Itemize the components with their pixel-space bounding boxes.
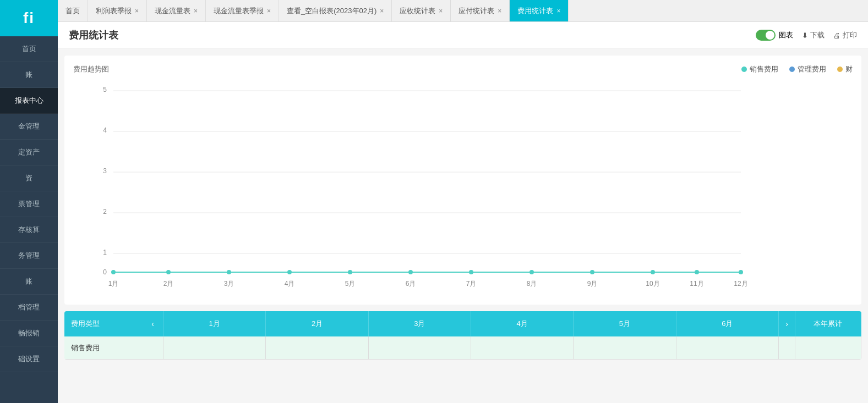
svg-text:8月: 8月 (527, 280, 537, 288)
svg-text:10月: 10月 (646, 280, 659, 288)
td-val-2 (266, 336, 368, 359)
legend-label-management: 管理费用 (798, 64, 826, 74)
svg-text:2月: 2月 (163, 280, 174, 288)
chart-toggle-switch[interactable] (756, 30, 776, 41)
table-row: 销售费用 (64, 336, 861, 360)
nav-next-arrow[interactable]: › (783, 319, 790, 328)
page-title: 费用统计表 (69, 29, 118, 42)
sidebar-logo: fi (0, 0, 58, 36)
table-section: 费用类型 ‹ 1月 2月 3月 4月 5月 (64, 311, 861, 360)
tab-payable[interactable]: 应付统计表 × (451, 0, 510, 21)
legend-dot-sales (741, 67, 747, 72)
svg-point-22 (695, 270, 699, 274)
svg-text:4: 4 (103, 126, 107, 134)
chart-svg-wrap: 5 4 3 2 1 0 (73, 80, 853, 296)
legend-label-sales: 销售费用 (750, 64, 778, 74)
svg-point-23 (739, 270, 743, 274)
sidebar-item-investment[interactable]: 资 (0, 165, 58, 191)
tab-expense-stats[interactable]: 费用统计表 × (510, 0, 569, 21)
svg-point-13 (166, 270, 171, 274)
svg-text:4月: 4月 (285, 280, 295, 288)
tab-cash-flow[interactable]: 现金流量表 × (147, 0, 206, 21)
th-type: 费用类型 ‹ (64, 311, 163, 336)
svg-text:6月: 6月 (406, 280, 416, 288)
th-month-2: 2月 (266, 311, 368, 336)
sidebar-item-report-center[interactable]: 报表中心 (0, 88, 58, 114)
chart-toggle-wrap[interactable]: 图表 (756, 30, 793, 41)
th-month-5: 5月 (574, 311, 676, 336)
close-icon[interactable]: × (194, 7, 198, 15)
legend-dot-management (789, 67, 795, 72)
sidebar-item-ticket-management[interactable]: 票管理 (0, 191, 58, 217)
legend-sales: 销售费用 (741, 64, 778, 74)
main-area: 首页 利润表季报 × 现金流量表 × 现金流量表季报 × 查看_空白报表(202… (58, 0, 868, 403)
close-icon[interactable]: × (498, 7, 501, 15)
svg-text:11月: 11月 (690, 280, 703, 288)
tab-profit-quarterly[interactable]: 利润表季报 × (88, 0, 147, 21)
close-icon[interactable]: × (556, 7, 560, 15)
tab-blank-report[interactable]: 查看_空白报表(2023年02月) × (279, 0, 392, 21)
svg-text:1月: 1月 (108, 280, 119, 288)
svg-point-15 (287, 270, 292, 274)
sidebar-item-home[interactable]: 首页 (0, 36, 58, 62)
svg-point-14 (227, 270, 231, 274)
chart-legend: 销售费用 管理费用 财 (741, 64, 853, 74)
sidebar-item-account[interactable]: 账 (0, 62, 58, 88)
nav-next-cell: › (779, 311, 795, 336)
table-header-row: 费用类型 ‹ 1月 2月 3月 4月 5月 (64, 311, 861, 336)
th-total: 本年累计 (795, 311, 861, 336)
tab-home[interactable]: 首页 (58, 0, 88, 21)
th-month-6: 6月 (676, 311, 779, 336)
close-icon[interactable]: × (135, 7, 139, 15)
sidebar: fi 首页 账 报表中心 金管理 定资产 资 票管理 存核算 务管理 账 档管理… (0, 0, 58, 403)
sidebar-item-sub-account[interactable]: 账 (0, 269, 58, 295)
sidebar-item-archive-management[interactable]: 档管理 (0, 295, 58, 321)
sidebar-item-fixed-assets[interactable]: 定资产 (0, 140, 58, 165)
legend-label-finance: 财 (845, 64, 853, 74)
tabs-bar: 首页 利润表季报 × 现金流量表 × 现金流量表季报 × 查看_空白报表(202… (58, 0, 868, 22)
header-actions: 图表 ⬇ 下载 🖨 打印 (756, 30, 857, 41)
chart-title: 费用趋势图 (73, 64, 109, 74)
svg-point-18 (469, 270, 473, 274)
svg-point-12 (111, 270, 116, 274)
sidebar-item-service-management[interactable]: 务管理 (0, 243, 58, 269)
svg-point-16 (348, 270, 352, 274)
svg-text:7月: 7月 (466, 280, 477, 288)
svg-text:3: 3 (103, 167, 107, 175)
page-header: 费用统计表 图表 ⬇ 下载 🖨 打印 (58, 22, 868, 49)
close-icon[interactable]: × (439, 7, 443, 15)
td-val-5 (574, 336, 676, 359)
svg-text:9月: 9月 (587, 280, 598, 288)
svg-text:5: 5 (103, 86, 107, 93)
sidebar-item-basic-settings[interactable]: 础设置 (0, 346, 58, 372)
legend-dot-finance (837, 67, 843, 72)
sidebar-item-fund-management[interactable]: 金管理 (0, 114, 58, 140)
download-button[interactable]: ⬇ 下载 (802, 30, 825, 40)
close-icon[interactable]: × (267, 7, 271, 15)
td-val-6 (676, 336, 779, 359)
print-icon: 🖨 (833, 31, 840, 40)
tab-cash-flow-quarterly[interactable]: 现金流量表季报 × (206, 0, 279, 21)
svg-point-17 (408, 270, 413, 274)
td-total (795, 336, 861, 359)
svg-point-20 (590, 270, 594, 274)
th-month-3: 3月 (369, 311, 471, 336)
print-button[interactable]: 🖨 打印 (833, 30, 857, 40)
th-month-1: 1月 (163, 311, 266, 336)
tab-receivable[interactable]: 应收统计表 × (392, 0, 451, 21)
svg-text:3月: 3月 (224, 280, 234, 288)
td-spacer (779, 336, 795, 359)
trend-chart: 5 4 3 2 1 0 (73, 80, 853, 294)
download-icon: ⬇ (802, 31, 808, 40)
svg-text:2: 2 (103, 208, 107, 216)
th-month-4: 4月 (471, 311, 574, 336)
sidebar-item-clearance[interactable]: 畅报销 (0, 321, 58, 346)
td-type: 销售费用 (64, 336, 163, 359)
svg-text:5月: 5月 (345, 280, 356, 288)
sidebar-item-inventory[interactable]: 存核算 (0, 217, 58, 243)
nav-prev-arrow[interactable]: ‹ (149, 319, 156, 328)
close-icon[interactable]: × (380, 7, 384, 15)
svg-point-21 (651, 270, 655, 274)
svg-point-19 (529, 270, 534, 274)
legend-management: 管理费用 (789, 64, 826, 74)
